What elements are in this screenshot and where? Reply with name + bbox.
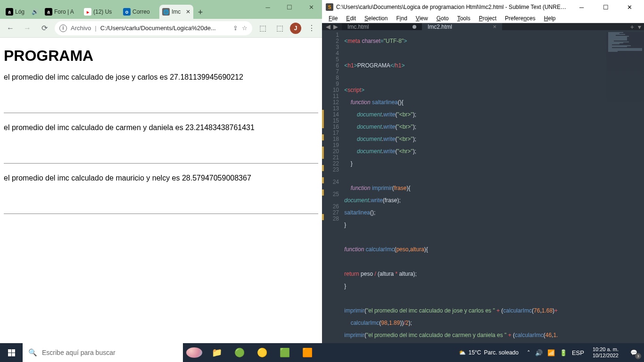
- tab-audio-icon: 🔊: [32, 8, 39, 15]
- favicon-icon: o: [123, 8, 131, 16]
- taskbar-explorer-icon[interactable]: 📁: [206, 343, 228, 362]
- sublime-menubar: File Edit Selection Find View Goto Tools…: [322, 14, 644, 23]
- chrome-tab-4[interactable]: 🌐 Imc ✕: [159, 5, 193, 19]
- site-info-icon[interactable]: i: [59, 25, 67, 32]
- tab-label: Imc2.html: [428, 24, 452, 30]
- nav-reload-button[interactable]: ⟳: [38, 22, 51, 35]
- windows-taskbar: 🔍 Escribe aquí para buscar 📁 🟢 🟡 🟩 🟧 ⛅ 1…: [0, 343, 644, 362]
- taskbar-sublime-icon[interactable]: 🟧: [296, 343, 319, 362]
- window-maximize-button[interactable]: ☐: [595, 0, 616, 14]
- code-editor[interactable]: 1234 5678 9101112 13141516 17181920 2122…: [322, 30, 644, 362]
- tab-label: (12) Us: [93, 8, 117, 15]
- separator: [4, 214, 318, 214]
- tab-close-icon[interactable]: ✕: [186, 8, 190, 15]
- windows-logo-icon: [8, 349, 15, 356]
- minimap[interactable]: [606, 32, 644, 117]
- chrome-tab-0[interactable]: a Lóg 🔊: [3, 5, 41, 19]
- omnibox[interactable]: i Archivo | C:/Users/carlu/Documents/Log…: [55, 21, 252, 35]
- new-tab-button[interactable]: +: [630, 23, 634, 31]
- clock-time: 10:20 a. m.: [593, 346, 619, 353]
- nav-forward-button[interactable]: →: [21, 22, 34, 35]
- extension-icon[interactable]: ⬚: [256, 22, 269, 35]
- page-title: PROGRAMA: [4, 47, 318, 65]
- window-minimize-button[interactable]: ─: [257, 0, 279, 14]
- taskbar-chrome-canary-icon[interactable]: 🟡: [251, 343, 273, 362]
- menu-goto[interactable]: Goto: [433, 14, 453, 23]
- window-maximize-button[interactable]: ☐: [279, 0, 300, 14]
- menu-selection[interactable]: Selection: [361, 14, 391, 23]
- editor-tab-1[interactable]: Imc2.html ×: [422, 23, 502, 30]
- menu-help[interactable]: Help: [540, 14, 560, 23]
- search-icon: 🔍: [28, 348, 37, 357]
- tab-nav-fwd-icon[interactable]: ▶: [332, 23, 339, 30]
- menu-project[interactable]: Project: [475, 14, 500, 23]
- chrome-window: a Lóg 🔊 a Foro | A ▸ (12) Us o Correo 🌐 …: [0, 0, 322, 343]
- profile-avatar[interactable]: J: [290, 23, 301, 34]
- weather-icon: ⛅: [459, 349, 466, 356]
- code-content[interactable]: <meta charset="UTF-8"> <h1>PROGRAMA</h1>…: [343, 30, 644, 362]
- chrome-toolbar: ← → ⟳ i Archivo | C:/Users/carlu/Documen…: [0, 19, 322, 38]
- chrome-menu-button[interactable]: ⋮: [305, 22, 318, 35]
- tray-overflow-icon[interactable]: ˄: [527, 349, 530, 356]
- menu-view[interactable]: View: [412, 14, 432, 23]
- chrome-tab-1[interactable]: a Foro | A: [42, 5, 81, 19]
- nav-back-button[interactable]: ←: [4, 22, 17, 35]
- clock-date: 10/12/2022: [593, 353, 619, 359]
- share-icon[interactable]: ⇪: [233, 25, 238, 32]
- sublime-title: C:\Users\carlu\Documents\Logica de progr…: [336, 4, 568, 10]
- window-minimize-button[interactable]: ─: [571, 0, 592, 14]
- taskbar-pinned: 📁 🟢 🟡 🟩 🟧: [206, 343, 319, 362]
- favicon-icon: a: [45, 8, 52, 16]
- menu-edit[interactable]: Edit: [342, 14, 360, 23]
- menu-find[interactable]: Find: [392, 14, 411, 23]
- omnibox-path: C:/Users/carlu/Documents/Logica%20de...: [100, 25, 229, 32]
- page-content: PROGRAMA el promedio del imc calculado d…: [0, 38, 322, 343]
- taskbar-app-icon[interactable]: 🟩: [273, 343, 296, 362]
- tab-menu-button[interactable]: ▾: [638, 23, 641, 31]
- taskbar-weather[interactable]: ⛅ 15°C Parc. soleado: [454, 349, 523, 356]
- chrome-tabstrip: a Lóg 🔊 a Foro | A ▸ (12) Us o Correo 🌐 …: [0, 0, 322, 19]
- start-button[interactable]: [0, 343, 23, 362]
- notification-badge: 3: [635, 353, 641, 359]
- notification-center-button[interactable]: 💬 3: [623, 343, 644, 362]
- sublime-logo-icon: S: [326, 3, 333, 11]
- output-line: el promedio del imc calculado de jose y …: [4, 73, 318, 82]
- sublime-titlebar[interactable]: S C:\Users\carlu\Documents\Logica de pro…: [322, 0, 644, 14]
- line-number-gutter: 1234 5678 9101112 13141516 17181920 2122…: [325, 30, 343, 362]
- cortana-graphic[interactable]: [183, 343, 206, 362]
- new-tab-button[interactable]: +: [194, 6, 207, 19]
- dirty-indicator-icon: [413, 25, 416, 29]
- tab-label: Imc.html: [347, 24, 369, 30]
- menu-preferences[interactable]: Preferences: [501, 14, 539, 23]
- weather-temp: 15°C: [469, 349, 481, 356]
- extension-icon[interactable]: ⬚: [273, 22, 286, 35]
- tab-close-icon[interactable]: ×: [493, 23, 496, 30]
- chrome-tab-2[interactable]: ▸ (12) Us: [81, 5, 120, 19]
- separator: [4, 163, 318, 164]
- taskbar-search[interactable]: 🔍 Escribe aquí para buscar: [23, 343, 183, 362]
- window-close-button[interactable]: ✕: [619, 0, 640, 14]
- taskbar-clock[interactable]: 10:20 a. m. 10/12/2022: [588, 346, 623, 359]
- favicon-icon: a: [6, 8, 13, 16]
- tray-wifi-icon[interactable]: 📶: [547, 349, 555, 356]
- tab-nav-back-icon[interactable]: ◀: [325, 23, 331, 30]
- separator: [4, 113, 318, 113]
- editor-tab-0[interactable]: Imc.html: [342, 23, 422, 30]
- output-line: el promedio del imc calculado de maurici…: [4, 174, 318, 182]
- favicon-icon: 🌐: [162, 8, 170, 16]
- chrome-tab-3[interactable]: o Correo: [120, 5, 159, 19]
- tray-volume-icon[interactable]: 🔊: [535, 349, 543, 356]
- taskbar-chrome-icon[interactable]: 🟢: [228, 343, 251, 362]
- tab-label: Foro | A: [54, 8, 78, 15]
- tray-language[interactable]: ESP: [572, 349, 584, 356]
- menu-file[interactable]: File: [325, 14, 341, 23]
- favicon-icon: ▸: [84, 8, 91, 16]
- output-line: el promedio del imc calculado de carmen …: [4, 123, 318, 132]
- tray-battery-icon[interactable]: 🔋: [560, 349, 567, 356]
- menu-tools[interactable]: Tools: [454, 14, 474, 23]
- weather-desc: Parc. soleado: [484, 349, 519, 356]
- system-tray: ˄ 🔊 📶 🔋 ESP: [523, 349, 588, 356]
- bookmark-icon[interactable]: ☆: [242, 25, 248, 32]
- window-close-button[interactable]: ✕: [300, 0, 322, 14]
- tab-label: Lóg: [15, 8, 30, 15]
